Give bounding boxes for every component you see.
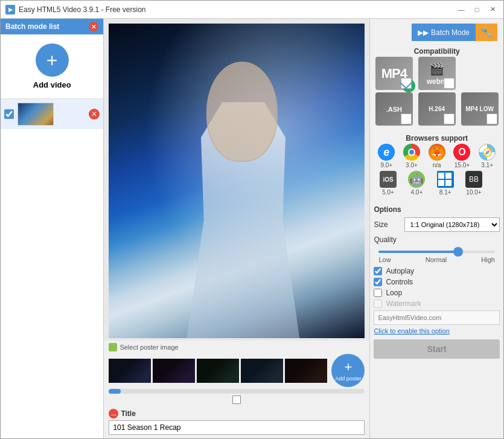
video-item-checkbox[interactable] (4, 109, 14, 119)
batch-mode-icon: ▶▶ (418, 28, 429, 37)
maximize-button[interactable]: □ (471, 4, 483, 16)
ff-version: n/a (433, 162, 441, 168)
chrome-icon (403, 144, 420, 161)
video-preview (109, 24, 365, 338)
main-window: ▶ Easy HTML5 Video 3.9.1 - Free version … (0, 0, 504, 439)
browser-ios: iOS 5.0+ (380, 171, 397, 196)
poster-checkbox[interactable] (232, 396, 241, 404)
center-panel: Select poster image + Add poster (104, 19, 370, 438)
toolbar-row: ▶▶ Batch Mode 🔧 (374, 22, 500, 42)
close-button[interactable]: ✕ (486, 4, 499, 16)
webm-checkbox[interactable] (444, 78, 455, 89)
loop-checkbox[interactable] (374, 289, 382, 297)
compat-webm-box[interactable]: 🎬 webm (418, 57, 456, 90)
minimize-button[interactable]: — (455, 4, 467, 16)
windows-version: 8.1+ (439, 189, 451, 196)
controls-row: Controls (374, 278, 500, 286)
right-panel: ▶▶ Batch Mode 🔧 Compatibility MP4 ✓ (370, 19, 503, 438)
h264-checkbox[interactable] (444, 114, 455, 124)
safari-icon: 🧭 (479, 144, 496, 161)
watermark-label: Watermark (386, 300, 421, 308)
quality-slider[interactable] (378, 251, 495, 253)
ios-icon: iOS (380, 171, 397, 188)
browsers-label: Browsers support (374, 134, 500, 143)
video-remove-button[interactable]: ✕ (89, 109, 100, 120)
chrome-version: 3.0+ (406, 162, 418, 168)
autoplay-label: Autoplay (386, 267, 414, 275)
tools-button[interactable]: 🔧 (476, 24, 497, 41)
android-version: 4.0+ (411, 189, 423, 196)
compatibility-grid: MP4 ✓ 🎬 webm (374, 57, 500, 126)
title-label-row: … Title (109, 409, 365, 418)
enable-watermark-link[interactable]: Click to enable this option (374, 327, 500, 335)
firefox-icon: 🦊 (429, 144, 445, 161)
mp4low-label: MP4 LOW (465, 106, 494, 113)
compat-h264: H.264 (416, 92, 457, 126)
list-item[interactable]: ✕ (1, 99, 103, 129)
start-button: Start (374, 339, 500, 359)
controls-label: Controls (386, 278, 413, 286)
watermark-input (374, 310, 500, 325)
add-video-button[interactable]: + (36, 43, 69, 77)
browser-bb: BB 10.0+ (465, 171, 482, 196)
poster-strip: + Add poster (109, 354, 365, 387)
compat-flash: .ASH (374, 92, 414, 126)
poster-thumb-5[interactable] (285, 359, 327, 383)
poster-label: Select poster image (109, 343, 365, 351)
ios-version: 5.0+ (382, 189, 394, 196)
film-icon: 🎬 (429, 62, 444, 76)
batch-mode-label: Batch Mode (431, 28, 470, 37)
title-icon: … (109, 409, 118, 418)
browser-chrome: 3.0+ (403, 144, 420, 168)
browser-safari: 🧭 3.1+ (479, 144, 496, 168)
add-poster-button[interactable]: + Add poster (331, 354, 365, 387)
controls-checkbox[interactable] (374, 278, 382, 286)
watermark-checkbox[interactable] (374, 300, 382, 308)
poster-thumb-4[interactable] (241, 359, 283, 383)
quality-slider-container (374, 246, 500, 255)
poster-section: Select poster image + Add poster (104, 341, 369, 406)
title-input[interactable] (109, 420, 365, 435)
watermark-row: Watermark (374, 300, 500, 308)
autoplay-checkbox[interactable] (374, 267, 382, 275)
flash-checkbox[interactable] (401, 114, 412, 124)
size-select[interactable]: 1:1 Original (1280x718) (404, 217, 500, 232)
size-row: Size 1:1 Original (1280x718) (374, 217, 500, 232)
mp4low-checkbox[interactable] (486, 114, 497, 124)
browsers-section: Browsers support e 9.0+ 3.0+ (374, 132, 500, 198)
compat-mp4-box[interactable]: MP4 ✓ (375, 57, 413, 90)
compat-flash-box[interactable]: .ASH (375, 92, 413, 126)
browser-firefox: 🦊 n/a (429, 144, 445, 168)
poster-thumb-3[interactable] (197, 359, 239, 383)
main-content: Batch mode list ✕ + Add video ✕ (1, 19, 503, 438)
compat-mp4low-box[interactable]: MP4 LOW (461, 92, 499, 126)
add-video-area: + Add video (1, 34, 103, 99)
quality-high: High (481, 256, 495, 263)
win-q3 (438, 180, 444, 186)
win-q1 (438, 173, 444, 179)
compat-mp4low: MP4 LOW (459, 92, 500, 126)
quality-low: Low (378, 256, 391, 263)
batch-mode-button[interactable]: ▶▶ Batch Mode (412, 24, 476, 41)
safari-version: 3.1+ (481, 162, 493, 168)
browser-row-2: iOS 5.0+ 🤖 4.0+ (374, 171, 500, 196)
batch-close-button[interactable]: ✕ (89, 22, 98, 31)
browser-ie: e 9.0+ (378, 144, 395, 168)
window-title: Easy HTML5 Video 3.9.1 - Free version (19, 5, 451, 14)
loop-row: Loop (374, 289, 500, 297)
video-frame (109, 24, 365, 338)
size-label: Size (374, 220, 401, 229)
batch-header-label: Batch mode list (5, 22, 59, 31)
poster-thumb-1[interactable] (109, 359, 151, 383)
poster-label-text: Select poster image (120, 344, 178, 351)
poster-icon (109, 343, 117, 351)
opera-icon: O (453, 144, 470, 161)
compat-h264-box[interactable]: H.264 (418, 92, 456, 126)
poster-scrollbar[interactable] (109, 389, 365, 394)
poster-checkbox-row (109, 396, 365, 404)
mp4-checkbox[interactable] (401, 78, 412, 89)
bb-icon: BB (465, 171, 482, 188)
poster-thumb-2[interactable] (153, 359, 195, 383)
compat-webm: 🎬 webm (416, 57, 457, 90)
compatibility-section: Compatibility MP4 ✓ 🎬 web (374, 45, 500, 129)
